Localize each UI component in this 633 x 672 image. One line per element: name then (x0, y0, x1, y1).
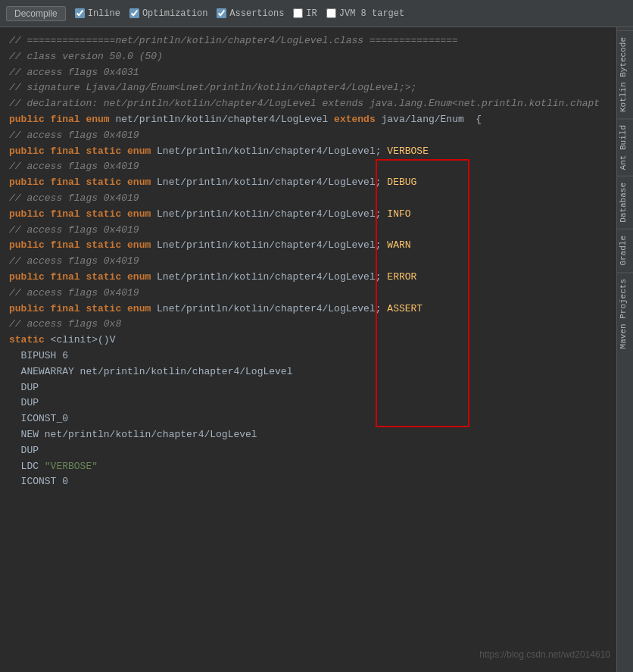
code-line: public final static enum Lnet/println/ko… (9, 238, 607, 254)
code-line: // class version 50.0 (50) (9, 49, 607, 65)
toolbar: Decompile Inline Optimization Assertions… (0, 0, 633, 27)
ir-checkbox[interactable] (293, 8, 303, 18)
inline-checkbox[interactable] (75, 8, 85, 18)
code-line: ANEWARRAY net/println/kotlin/chapter4/Lo… (9, 364, 607, 380)
sidebar-tab-kotlin-bytecode[interactable]: Kotlin Bytecode (617, 30, 634, 118)
jvm8-checkbox[interactable] (326, 8, 336, 18)
code-content: // ===============net/println/kotlin/cha… (9, 33, 607, 490)
code-line: public final static enum Lnet/println/ko… (9, 175, 607, 191)
inline-label: Inline (88, 8, 120, 19)
code-line: // access flags 0x4019 (9, 128, 607, 144)
code-line: // declaration: net/println/kotlin/chapt… (9, 96, 607, 112)
assertions-checkbox-label[interactable]: Assertions (217, 8, 284, 19)
code-line: BIPUSH 6 (9, 349, 607, 364)
jvm8-label: JVM 8 target (339, 8, 404, 19)
code-line: public final enum net/println/kotlin/cha… (9, 112, 607, 128)
sidebar-tab-database[interactable]: Database (617, 176, 634, 229)
assertions-checkbox[interactable] (217, 8, 226, 18)
assertions-label: Assertions (229, 8, 284, 19)
code-line: // access flags 0x4019 (9, 223, 607, 239)
code-line: NEW net/println/kotlin/chapter4/LogLevel (9, 427, 607, 443)
code-line: public final static enum Lnet/println/ko… (9, 302, 607, 317)
decompile-button[interactable]: Decompile (6, 6, 66, 21)
sidebar-tab-gradle[interactable]: Gradle (617, 229, 634, 272)
ir-checkbox-label[interactable]: IR (293, 8, 316, 19)
optimization-checkbox-label[interactable]: Optimization (129, 8, 207, 19)
code-line: public final static enum Lnet/println/ko… (9, 144, 607, 160)
sidebar-tab-maven-projects[interactable]: Maven Projects (617, 272, 634, 355)
main-area: // ===============net/println/kotlin/cha… (0, 27, 633, 672)
code-line: DUP (9, 380, 607, 396)
code-line: // access flags 0x4019 (9, 159, 607, 175)
code-line: static <clinit>()V (9, 333, 607, 349)
code-line: ICONST_0 (9, 411, 607, 427)
optimization-checkbox[interactable] (129, 8, 139, 18)
code-line: // ===============net/println/kotlin/cha… (9, 33, 607, 49)
code-line: // signature Ljava/lang/Enum<Lnet/printl… (9, 80, 607, 96)
code-line: // access flags 0x4019 (9, 286, 607, 302)
code-line: DUP (9, 443, 607, 459)
code-line: // access flags 0x4019 (9, 191, 607, 207)
code-line: // access flags 0x4019 (9, 254, 607, 270)
code-line: public final static enum Lnet/println/ko… (9, 270, 607, 286)
ir-label: IR (306, 8, 316, 19)
code-area[interactable]: // ===============net/println/kotlin/cha… (0, 27, 616, 672)
inline-checkbox-label[interactable]: Inline (75, 8, 120, 19)
code-line: // access flags 0x8 (9, 317, 607, 333)
right-sidebar: Kotlin Bytecode Ant Build Database Gradl… (616, 27, 633, 672)
optimization-label: Optimization (142, 8, 207, 19)
jvm8-checkbox-label[interactable]: JVM 8 target (326, 8, 404, 19)
code-line: public final static enum Lnet/println/ko… (9, 207, 607, 223)
code-line: LDC "VERBOSE" (9, 459, 607, 475)
code-line: DUP (9, 395, 607, 411)
code-line: // access flags 0x4031 (9, 65, 607, 81)
code-line: ICONST 0 (9, 474, 607, 490)
sidebar-tab-ant-build[interactable]: Ant Build (617, 118, 634, 176)
